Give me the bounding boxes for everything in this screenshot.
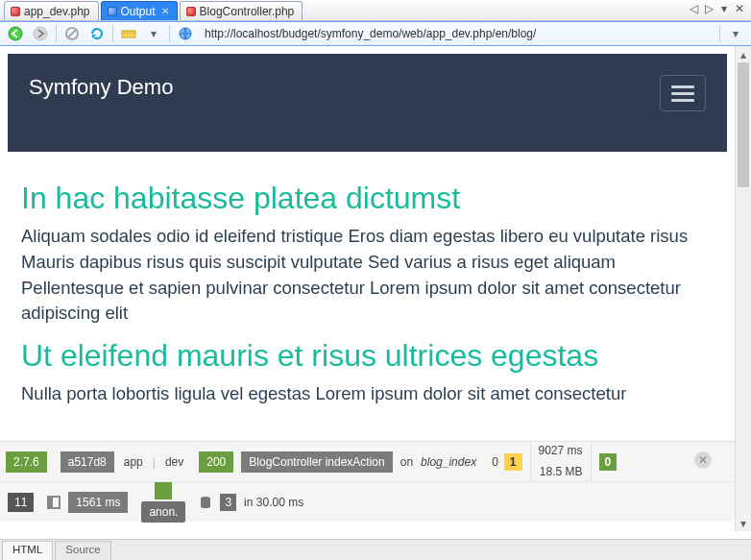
globe-icon [178,26,193,41]
sf-forms-count[interactable]: 11 [8,493,34,512]
sf-render-time: 1561 ms [68,492,128,513]
sf-security-cell[interactable]: anon. [141,482,185,523]
sf-ajax-count[interactable]: 0 [599,453,618,471]
post-excerpt: Aliquam sodales odio id eleifend tristiq… [21,224,714,327]
sf-app: app [124,455,143,469]
tab-app-dev[interactable]: app_dev.php [4,1,99,20]
sf-version-badge[interactable]: 2.7.6 [6,451,47,473]
site-navbar: Symfony Demo [8,54,727,152]
tab-html-view[interactable]: HTML [2,541,53,560]
output-view-tabs: HTML Source [0,539,751,560]
sf-route: blog_index [421,455,476,469]
tab-blogcontroller[interactable]: BlogController.php [180,1,303,20]
close-icon[interactable]: ✕ [161,6,169,16]
scroll-tabs-left-icon[interactable]: ◁ [688,2,699,15]
sf-twig-cell[interactable]: 1561 ms [47,492,128,513]
warning-count: 0 [492,455,498,469]
separator [169,25,170,42]
sf-db-cell[interactable]: 3 in 30.00 ms [199,494,303,511]
menu-toggle-button[interactable] [660,75,706,111]
sf-http-status[interactable]: 200 [199,451,233,473]
forward-button[interactable] [31,24,50,43]
panel-icon [47,496,61,509]
sf-memory[interactable]: 18.5 MB [540,465,583,480]
burger-bar-icon [671,92,694,95]
sf-route-prefix: on [400,455,413,469]
ruler-icon [121,27,136,40]
sf-close-button[interactable]: ✕ [694,451,712,469]
sf-query-time: in 30.00 ms [244,496,303,509]
back-button[interactable] [6,24,25,43]
editor-tab-strip: app_dev.php Output ✕ BlogController.php … [0,0,751,21]
arrow-left-icon [8,26,23,41]
post-title[interactable]: Ut eleifend mauris et risus ultrices ege… [21,338,714,374]
ruler-button[interactable] [119,24,138,43]
php-file-icon [186,7,196,16]
tab-label: Output [121,5,156,18]
vertical-scrollbar[interactable]: ▴ ▾ [735,46,751,531]
symfony-debug-toolbar-row2[interactable]: 11 1561 ms anon. 3 in 30.00 ms [0,481,735,522]
deprecation-count: 1 [504,453,522,471]
tab-source-view[interactable]: Source [55,541,110,560]
post-excerpt: Nulla porta lobortis ligula vel egestas … [21,381,714,407]
scroll-thumb[interactable] [738,62,749,187]
reload-button[interactable] [87,24,107,43]
burger-bar-icon [671,85,694,88]
symfony-debug-toolbar[interactable]: 2.7.6 a517d8 app | dev 200 BlogControlle… [0,441,735,481]
svg-point-0 [9,27,22,40]
sf-user: anon. [141,501,185,523]
svg-point-1 [34,27,47,40]
resize-dropdown[interactable]: ▾ [144,24,163,43]
sf-query-count: 3 [220,494,236,511]
security-icon [155,482,172,499]
stop-icon [65,27,79,40]
tab-list-dropdown-icon[interactable]: ▾ [718,2,730,15]
close-all-icon[interactable]: ✕ [734,2,745,15]
burger-bar-icon [671,99,694,102]
scroll-track[interactable] [736,62,751,515]
output-icon [108,7,117,16]
tab-output[interactable]: Output ✕ [101,1,178,20]
separator [719,25,720,42]
blog-list: In hac habitasse platea dictumst Aliquam… [0,159,735,423]
separator [56,25,57,42]
tabstrip-controls: ◁ ▷ ▾ ✕ [688,2,745,15]
page-body: Symfony Demo In hac habitasse platea dic… [0,54,735,423]
svg-line-3 [68,30,76,37]
arrow-right-icon [33,26,48,41]
scroll-tabs-right-icon[interactable]: ▷ [703,2,715,15]
database-icon [199,496,212,509]
sf-logger-cell[interactable]: 0 1 [484,442,530,481]
toolbar-menu-dropdown[interactable]: ▾ [726,24,745,43]
tab-label: BlogController.php [200,5,295,18]
separator [112,25,113,42]
sf-env: dev [165,455,183,469]
post-title[interactable]: In hac habitasse platea dictumst [21,181,714,216]
refresh-icon [89,26,105,41]
scroll-up-button[interactable]: ▴ [736,46,751,62]
url-bar[interactable]: http://localhost/budget/symfony_demo/web… [201,27,714,40]
scroll-down-button[interactable]: ▾ [736,515,751,531]
sf-controller[interactable]: BlogController indexAction [241,451,392,473]
browser-viewport: Symfony Demo In hac habitasse platea dic… [0,46,751,531]
page-scroll: Symfony Demo In hac habitasse platea dic… [0,46,735,531]
sf-token[interactable]: a517d8 [61,451,114,473]
stop-button[interactable] [62,24,82,43]
sf-time[interactable]: 9027 ms [539,444,583,459]
browser-toolbar: ▾ http://localhost/budget/symfony_demo/w… [0,21,751,46]
open-in-browser-button[interactable] [176,24,195,43]
php-file-icon [11,7,20,16]
tab-label: app_dev.php [24,5,90,18]
brand-title[interactable]: Symfony Demo [29,75,173,100]
